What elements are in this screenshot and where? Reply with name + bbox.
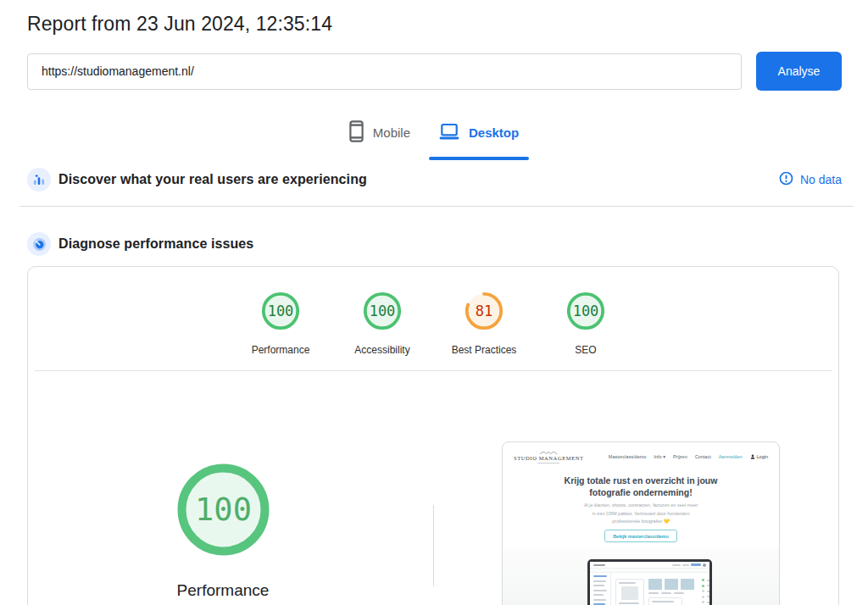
vertical-divider xyxy=(433,505,434,586)
preview-site-header: STUDIO MANAGEMENT Masterclass/demo Info … xyxy=(503,442,779,471)
device-tabs: Mobile Desktop xyxy=(0,115,868,160)
score-gauge: 100 xyxy=(363,291,402,330)
speedometer-icon xyxy=(27,232,51,256)
laptop-icon xyxy=(439,123,459,143)
score-performance[interactable]: 100 Performance xyxy=(230,291,331,356)
preview-logo-tagline xyxy=(537,463,559,464)
score-gauge: 100 xyxy=(566,291,605,330)
url-input[interactable] xyxy=(27,53,742,90)
field-data-title: Discover what your real users are experi… xyxy=(58,172,367,187)
score-value: 100 xyxy=(261,291,300,330)
performance-score-value: 100 xyxy=(175,461,272,558)
preview-nav-item: Contact xyxy=(695,454,711,459)
pagespeed-report: Report from 23 Jun 2024, 12:35:14 Analys… xyxy=(0,0,868,605)
score-seo[interactable]: 100 SEO xyxy=(535,291,637,356)
score-best-practices[interactable]: 81 Best Practices xyxy=(433,291,535,356)
tab-mobile-label: Mobile xyxy=(373,125,410,140)
mini-dashboard xyxy=(590,562,709,605)
preview-logo-text: STUDIO MANAGEMENT xyxy=(514,455,584,461)
card-divider xyxy=(35,370,832,371)
score-value: 81 xyxy=(465,291,504,330)
score-label: Performance xyxy=(252,344,310,356)
laptop-mockup xyxy=(587,559,712,605)
category-scores: 100 Performance 100 Accessibility 81 Bes… xyxy=(28,291,838,356)
report-card: 100 Performance 100 Accessibility 81 Bes… xyxy=(27,266,839,605)
preview-site-logo: STUDIO MANAGEMENT xyxy=(514,450,584,463)
analyse-button[interactable]: Analyse xyxy=(756,52,842,91)
preview-hero xyxy=(503,548,779,605)
preview-nav-item: Login xyxy=(750,454,768,459)
no-data-label: No data xyxy=(800,173,842,186)
tab-desktop[interactable]: Desktop xyxy=(429,115,529,160)
score-label: SEO xyxy=(575,344,596,356)
page-title: Report from 23 Jun 2024, 12:35:14 xyxy=(27,13,332,36)
preview-nav-item: Prijzen xyxy=(673,454,687,459)
info-icon xyxy=(779,171,793,188)
chevron-down-icon: ▾ xyxy=(663,454,665,459)
field-data-section-header: Discover what your real users are experi… xyxy=(27,167,842,192)
performance-gauge[interactable]: 100 xyxy=(175,461,272,558)
score-gauge: 100 xyxy=(261,291,300,330)
preview-subtext: Al je klanten, shoots, contracten, factu… xyxy=(503,502,779,525)
phone-icon xyxy=(349,120,364,145)
url-bar: Analyse xyxy=(27,52,842,91)
no-data-status[interactable]: No data xyxy=(779,171,842,188)
preview-cta-button: Bekijk masterclass/demo xyxy=(604,530,677,542)
person-icon xyxy=(750,454,755,459)
score-label: Best Practices xyxy=(452,344,517,356)
lab-data-title: Diagnose performance issues xyxy=(58,236,253,252)
section-divider xyxy=(19,206,854,207)
tab-desktop-label: Desktop xyxy=(469,125,519,140)
final-screenshot[interactable]: STUDIO MANAGEMENT Masterclass/demo Info … xyxy=(502,441,780,605)
score-gauge: 81 xyxy=(465,291,504,330)
score-value: 100 xyxy=(363,291,402,330)
tab-mobile[interactable]: Mobile xyxy=(339,115,420,160)
lab-data-section-header: Diagnose performance issues xyxy=(27,231,842,257)
score-accessibility[interactable]: 100 Accessibility xyxy=(331,291,433,356)
score-value: 100 xyxy=(566,291,605,330)
preview-nav-item: Aanmelden xyxy=(719,454,743,459)
preview-nav-item: Masterclass/demo xyxy=(609,454,647,459)
preview-site-nav: Masterclass/demo Info ▾ Prijzen Contact … xyxy=(609,454,768,459)
preview-nav-item: Info ▾ xyxy=(654,454,665,459)
score-label: Accessibility xyxy=(354,344,409,356)
preview-headline: Krijg totale rust en overzicht in jouw f… xyxy=(503,475,779,498)
performance-gauge-label: Performance xyxy=(121,581,325,600)
bar-chart-icon xyxy=(27,168,51,191)
